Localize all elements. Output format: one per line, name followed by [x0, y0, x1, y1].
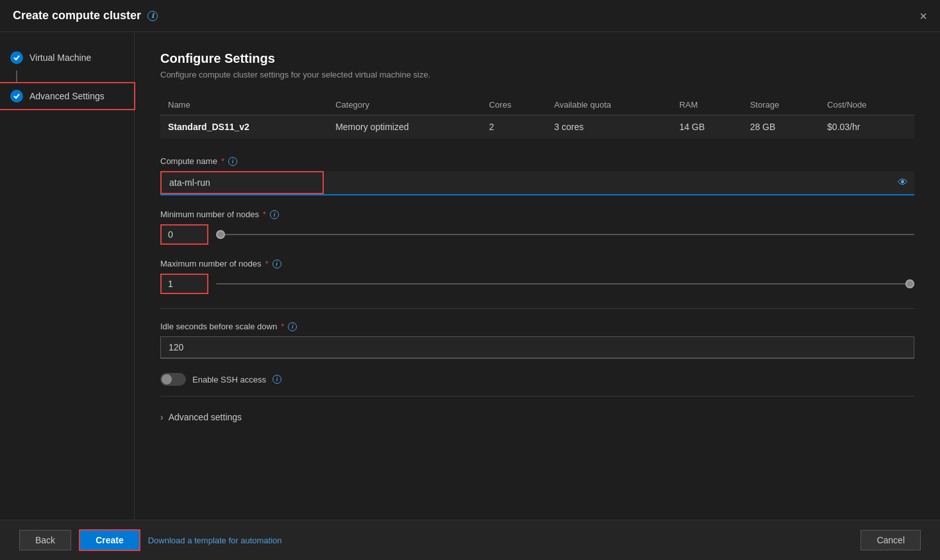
vm-check-icon [10, 51, 23, 64]
max-nodes-slider-row [160, 274, 914, 294]
main-content: Configure Settings Configure compute clu… [135, 32, 940, 520]
min-nodes-group: Minimum number of nodes * i [160, 210, 914, 245]
cell-ram: 14 GB [671, 115, 742, 139]
cell-name: Standard_DS11_v2 [160, 115, 328, 139]
sidebar: Virtual Machine Advanced Settings [0, 32, 135, 520]
col-header-name: Name [160, 95, 328, 115]
min-nodes-slider-row [160, 224, 914, 245]
sidebar-advanced-label: Advanced Settings [29, 91, 105, 101]
eye-icon[interactable]: 👁 [898, 177, 908, 188]
compute-name-group: Compute name * i 👁 [160, 156, 914, 195]
create-compute-cluster-dialog: Create compute cluster ℹ × Virtual Machi… [0, 0, 940, 560]
ssh-info-icon[interactable]: i [273, 375, 281, 384]
cell-storage: 28 GB [743, 115, 819, 139]
back-button[interactable]: Back [19, 530, 71, 550]
compute-name-info-icon[interactable]: i [228, 157, 237, 166]
col-header-category: Category [328, 95, 482, 115]
cell-cores: 2 [482, 115, 547, 139]
toggle-knob [162, 374, 172, 384]
chevron-right-icon: › [160, 412, 164, 422]
max-nodes-input[interactable] [160, 274, 208, 294]
compute-name-label: Compute name * i [160, 156, 914, 166]
dialog-info-icon[interactable]: ℹ [147, 11, 158, 21]
max-nodes-slider-thumb[interactable] [905, 279, 914, 288]
idle-required: * [281, 322, 284, 331]
vm-table-container: Name Category Cores Available quota RAM … [160, 95, 914, 138]
idle-info-icon[interactable]: i [288, 322, 297, 331]
col-header-storage: Storage [743, 95, 819, 115]
cell-quota: 3 cores [546, 115, 671, 139]
cell-category: Memory optimized [328, 115, 482, 139]
max-nodes-group: Maximum number of nodes * i [160, 259, 914, 294]
max-nodes-required: * [265, 259, 269, 268]
ssh-toggle[interactable] [160, 373, 186, 386]
idle-seconds-label: Idle seconds before scale down * i [160, 322, 914, 331]
col-header-quota: Available quota [546, 95, 671, 115]
min-nodes-input[interactable] [160, 224, 208, 245]
sidebar-item-advanced-settings[interactable]: Advanced Settings [0, 83, 134, 109]
max-nodes-label: Maximum number of nodes * i [160, 259, 914, 268]
cancel-button[interactable]: Cancel [860, 530, 921, 550]
dialog-body: Virtual Machine Advanced Settings Config… [0, 32, 940, 520]
max-nodes-slider-track[interactable] [216, 283, 914, 284]
min-nodes-slider-track[interactable] [216, 234, 914, 235]
compute-name-extension-input[interactable] [324, 171, 914, 194]
automation-link[interactable]: Download a template for automation [148, 536, 282, 545]
col-header-cost: Cost/Node [819, 95, 914, 115]
dialog-footer: Back Create Download a template for auto… [0, 520, 940, 560]
min-nodes-label: Minimum number of nodes * i [160, 210, 914, 219]
min-nodes-info-icon[interactable]: i [270, 210, 279, 219]
create-button[interactable]: Create [79, 529, 140, 551]
divider-2 [160, 396, 914, 397]
section-title: Configure Settings [160, 51, 914, 66]
advanced-settings-row[interactable]: › Advanced settings [160, 409, 914, 425]
cell-cost: $0.03/hr [819, 115, 914, 139]
min-nodes-required: * [263, 210, 266, 219]
section-subtitle: Configure compute cluster settings for y… [160, 70, 914, 79]
table-row: Standard_DS11_v2 Memory optimized 2 3 co… [160, 115, 914, 139]
advanced-check-icon [10, 90, 23, 103]
col-header-cores: Cores [482, 95, 547, 115]
compute-name-required: * [221, 156, 224, 166]
ssh-access-row: Enable SSH access i [160, 373, 914, 386]
vm-config-table: Name Category Cores Available quota RAM … [160, 95, 914, 138]
divider [160, 308, 914, 309]
header-left: Create compute cluster ℹ [13, 9, 158, 22]
sidebar-vm-label: Virtual Machine [29, 53, 91, 63]
ssh-label: Enable SSH access [192, 375, 266, 384]
idle-seconds-group: Idle seconds before scale down * i [160, 322, 914, 359]
min-nodes-slider-thumb[interactable] [216, 230, 225, 239]
dialog-header: Create compute cluster ℹ × [0, 0, 940, 32]
max-nodes-info-icon[interactable]: i [273, 259, 281, 268]
col-header-ram: RAM [671, 95, 742, 115]
compute-name-input[interactable] [160, 171, 324, 194]
advanced-settings-label: Advanced settings [169, 412, 242, 422]
dialog-title: Create compute cluster [13, 9, 141, 22]
footer-left: Back Create Download a template for auto… [19, 529, 282, 551]
sidebar-connector [16, 70, 17, 83]
idle-seconds-input[interactable] [160, 336, 914, 359]
close-button[interactable]: × [919, 10, 927, 22]
sidebar-item-virtual-machine[interactable]: Virtual Machine [0, 45, 134, 70]
compute-name-container: 👁 [160, 171, 914, 195]
